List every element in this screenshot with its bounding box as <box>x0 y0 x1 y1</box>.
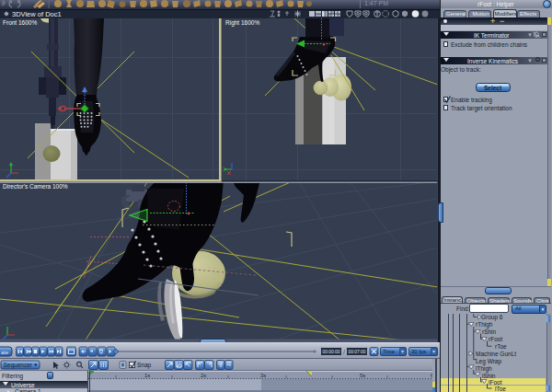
svg-text:00:07:00: 00:07:00 <box>349 349 367 354</box>
svg-text:Time: Time <box>383 349 396 354</box>
svg-text:Snap: Snap <box>137 362 152 369</box>
svg-text:ate: ate <box>1 350 9 355</box>
svg-text:1s: 1s <box>144 373 150 378</box>
svg-text:5s: 5s <box>360 373 365 378</box>
svg-text:2s: 2s <box>201 373 206 378</box>
svg-text:Sequencer: Sequencer <box>4 362 33 369</box>
svg-text:3s: 3s <box>260 373 266 378</box>
svg-text:00:00:00: 00:00:00 <box>323 349 341 354</box>
svg-text:/: / <box>343 349 345 355</box>
svg-text:30 fps: 30 fps <box>411 349 426 354</box>
